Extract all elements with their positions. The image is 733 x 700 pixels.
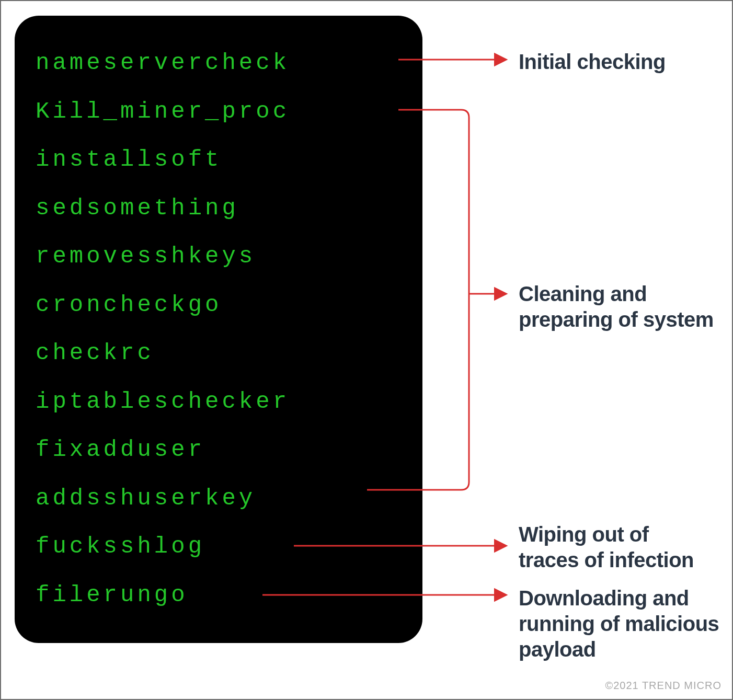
copyright-text: ©2021 TREND MICRO <box>605 680 721 692</box>
label-cleaning: Cleaning and preparing of system <box>519 281 714 332</box>
term-line-4: removesshkeys <box>36 232 406 281</box>
label-wiping-l2: traces of infection <box>519 548 694 571</box>
term-line-0: nameservercheck <box>36 39 406 87</box>
terminal-panel: nameservercheck Kill_miner_proc installs… <box>15 16 422 643</box>
term-line-9: addsshuserkey <box>36 474 406 523</box>
label-cleaning-l2: preparing of system <box>519 308 714 331</box>
diagram-frame: nameservercheck Kill_miner_proc installs… <box>0 0 733 700</box>
label-wiping-l1: Wiping out of <box>519 523 649 546</box>
label-initial: Initial checking <box>519 49 666 75</box>
term-line-1: Kill_miner_proc <box>36 87 406 136</box>
term-line-6: checkrc <box>36 329 406 377</box>
label-cleaning-l1: Cleaning and <box>519 282 647 305</box>
label-download-l2: running of malicious <box>519 612 719 635</box>
term-line-2: installsoft <box>36 135 406 184</box>
term-line-8: fixadduser <box>36 426 406 474</box>
term-line-7: iptableschecker <box>36 377 406 426</box>
term-line-11: filerungo <box>36 571 406 619</box>
term-line-3: sedsomething <box>36 184 406 233</box>
label-download-l3: payload <box>519 638 596 661</box>
label-download-l1: Downloading and <box>519 587 689 610</box>
term-line-5: croncheckgo <box>36 281 406 329</box>
label-wiping: Wiping out of traces of infection <box>519 522 694 573</box>
label-initial-text: Initial checking <box>519 50 666 73</box>
term-line-10: fucksshlog <box>36 522 406 571</box>
label-download: Downloading and running of malicious pay… <box>519 586 719 662</box>
